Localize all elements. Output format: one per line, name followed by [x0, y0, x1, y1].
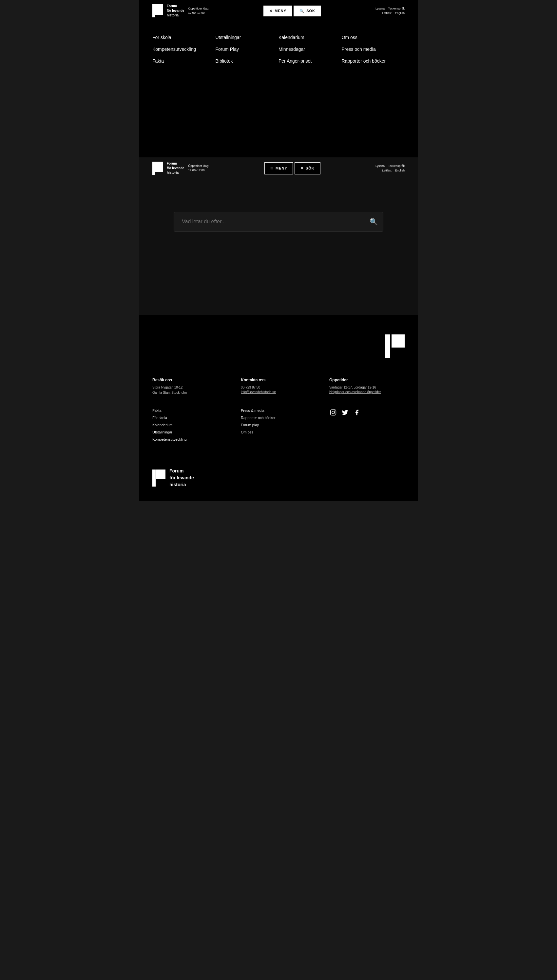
nav-item-for-skola[interactable]: För skola	[152, 35, 216, 40]
hamburger-icon-2	[270, 165, 274, 171]
nav-col-3: Kalendarium Minnesdagar Per Anger-priset	[278, 35, 342, 64]
menu-button-2[interactable]: MENY	[264, 162, 293, 175]
search-button-2[interactable]: SÖK	[295, 162, 321, 175]
footer-col-oppettider: Öppetider Vardagar 12-17, Lördagar 12-16…	[329, 378, 405, 395]
besok-address2: Gamla Stan, Stockholm	[152, 390, 228, 395]
nav-item-minnesdagar[interactable]: Minnesdagar	[278, 47, 342, 52]
header-2: Forum för levande historia Öppettider id…	[139, 157, 418, 179]
svg-point-8	[334, 410, 335, 412]
footer-nav-press-media[interactable]: Press & media	[241, 408, 316, 412]
footer-social-col	[329, 408, 405, 441]
nav-item-forum-play[interactable]: Forum Play	[216, 47, 279, 52]
footer-nav-rapporter[interactable]: Rapporter och böcker	[241, 416, 316, 420]
footer-nav-fakta[interactable]: Fakta	[152, 408, 228, 412]
facebook-icon[interactable]	[353, 408, 361, 416]
close-icon-1	[269, 9, 273, 13]
footer-col-besok: Besök oss Stora Nygatan 10-12 Gamla Stan…	[152, 378, 228, 395]
header-right-2: Lyssna Teckenspråk Lättläst English	[376, 163, 405, 173]
logo-text-2: Forum för levande historia	[167, 161, 184, 175]
svg-rect-0	[152, 4, 163, 15]
menu-open-section: Forum för levande historia Öppettider id…	[139, 0, 418, 157]
nav-item-bibliotek[interactable]: Bibliotek	[216, 58, 279, 64]
footer-logo-mark-area	[152, 335, 405, 358]
footer-nav-col-1: Fakta För skola Kalenderium Utställninga…	[152, 408, 228, 441]
footer-bottom-logo-icon	[152, 469, 166, 487]
nav-item-kompetensutveckling[interactable]: Kompetensutveckling	[152, 47, 216, 52]
footer-bottom: Forum för levande historia	[152, 461, 405, 488]
logo-mark-2	[152, 162, 163, 175]
svg-rect-10	[152, 469, 156, 487]
footer-nav-kompetensutveckling[interactable]: Kompetensutveckling	[152, 438, 228, 441]
footer-nav-for-skola[interactable]: För skola	[152, 416, 228, 420]
svg-rect-1	[152, 15, 155, 17]
footer-bottom-logo-text: Forum för levande historia	[169, 467, 194, 488]
footer-bottom-logo: Forum för levande historia	[152, 467, 194, 488]
nav-item-fakta[interactable]: Fakta	[152, 58, 216, 64]
kontakta-phone: 08-723 87 50	[241, 385, 316, 390]
besok-address1: Stora Nygatan 10-12	[152, 385, 228, 390]
header-center-1: MENY 🔍 SÖK	[264, 6, 321, 16]
logo-area-2: Forum för levande historia Öppettider id…	[152, 161, 209, 175]
header-right-1: Lyssna Teckenspråk Lättläst English	[376, 6, 405, 16]
search-button-1[interactable]: 🔍 SÖK	[293, 6, 321, 16]
nav-item-rapporter-bocker[interactable]: Rapporter och böcker	[342, 58, 405, 64]
social-icons	[329, 408, 405, 416]
search-submit-button[interactable]: 🔍	[370, 218, 378, 225]
opening-hours-2: Öppettider idag: 12:00–17:00	[188, 164, 209, 172]
besok-title: Besök oss	[152, 378, 228, 382]
search-input[interactable]	[179, 212, 370, 231]
nav-item-utstallningar[interactable]: Utställningar	[216, 35, 279, 40]
search-icon-1: 🔍	[300, 9, 305, 13]
footer-info-columns: Besök oss Stora Nygatan 10-12 Gamla Stan…	[152, 378, 405, 395]
instagram-icon[interactable]	[329, 408, 337, 416]
search-open-section: Forum för levande historia Öppettider id…	[139, 157, 418, 315]
nav-item-press-media[interactable]: Press och media	[342, 47, 405, 52]
oppettider-link[interactable]: Helgdagar och avvikande öppetider	[329, 390, 405, 394]
oppettider-line1: Vardagar 12-17, Lördagar 12-16	[329, 385, 405, 390]
svg-point-7	[332, 411, 334, 414]
oppettider-title: Öppetider	[329, 378, 405, 382]
nav-col-1: För skola Kompetensutveckling Fakta	[152, 35, 216, 64]
footer-nav-social-grid: Fakta För skola Kalenderium Utställninga…	[152, 408, 405, 441]
header-1: Forum för levande historia Öppettider id…	[139, 0, 418, 22]
footer-nav-col-2: Press & media Rapporter och böcker Forum…	[241, 408, 316, 441]
logo-mark-1	[152, 4, 163, 17]
footer-nav-forum-play[interactable]: Forum play	[241, 423, 316, 427]
svg-rect-6	[331, 410, 336, 415]
header-center-2: MENY SÖK	[264, 162, 321, 175]
kontakta-email[interactable]: info@levandehistoria.se	[241, 390, 316, 394]
nav-item-om-oss[interactable]: Om oss	[342, 35, 405, 40]
menu-button-1[interactable]: MENY	[264, 6, 292, 16]
nav-col-4: Om oss Press och media Rapporter och böc…	[342, 35, 405, 64]
svg-rect-5	[385, 335, 390, 358]
footer-section: Besök oss Stora Nygatan 10-12 Gamla Stan…	[139, 315, 418, 501]
logo-text-1: Forum för levande historia	[167, 4, 184, 18]
footer-col-kontakta: Kontakta oss 08-723 87 50 info@levandehi…	[241, 378, 316, 395]
nav-item-kalendarium[interactable]: Kalendarium	[278, 35, 342, 40]
nav-item-per-anger-priset[interactable]: Per Anger-priset	[278, 58, 342, 64]
svg-rect-4	[391, 335, 405, 348]
footer-nav-utstallningar[interactable]: Utställningar	[152, 430, 228, 434]
svg-rect-3	[152, 172, 155, 175]
kontakta-title: Kontakta oss	[241, 378, 316, 382]
search-box: 🔍	[174, 212, 383, 232]
search-container: 🔍	[139, 179, 418, 264]
svg-rect-2	[152, 162, 163, 172]
footer-nav-om-oss[interactable]: Om oss	[241, 430, 316, 434]
nav-menu: För skola Kompetensutveckling Fakta Utst…	[139, 22, 418, 83]
svg-rect-9	[156, 469, 166, 479]
twitter-icon[interactable]	[341, 408, 349, 416]
footer-big-logo-icon	[385, 335, 405, 358]
nav-col-2: Utställningar Forum Play Bibliotek	[216, 35, 279, 64]
search-submit-icon: 🔍	[370, 218, 378, 225]
opening-hours-1: Öppettider idag: 12:00–17:00	[188, 7, 209, 15]
close-icon-2	[300, 166, 304, 170]
logo-area-1: Forum för levande historia Öppettider id…	[152, 4, 209, 18]
footer-nav-kalenderium[interactable]: Kalenderium	[152, 423, 228, 427]
